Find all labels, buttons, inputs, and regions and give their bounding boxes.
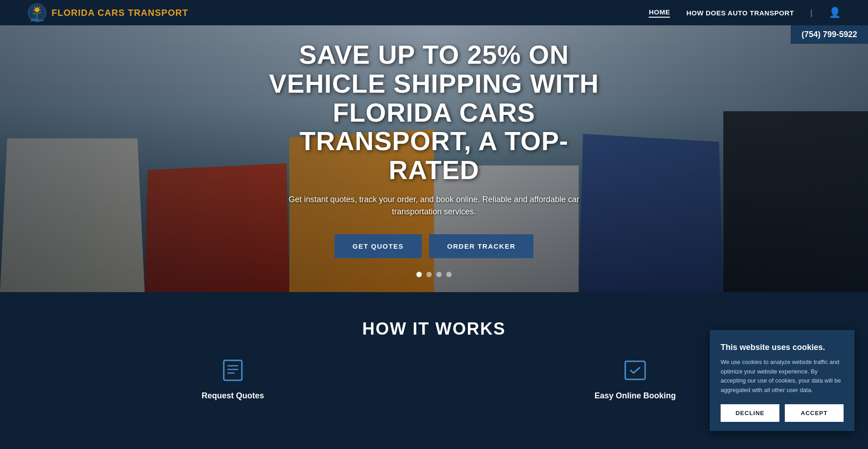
logo[interactable]: Florida Cars Transport (27, 3, 188, 23)
carousel-dot-1[interactable] (416, 272, 422, 277)
svg-rect-8 (224, 360, 242, 380)
how-it-works-title: HOW IT WORKS (45, 319, 823, 339)
cookie-text: We use cookies to analyze website traffi… (721, 358, 844, 395)
carousel-dot-3[interactable] (436, 272, 442, 277)
hero-buttons: GET QUOTES ORDER TRACKER (258, 234, 610, 258)
cookie-accept-button[interactable]: ACCEPT (785, 404, 844, 419)
header: Florida Cars Transport HOME HOW DOES AUT… (0, 0, 868, 25)
hero-title: SAVE UP TO 25% ON VEHICLE SHIPPING WITH … (258, 40, 610, 184)
how-item-quotes: Request Quotes (45, 357, 420, 401)
nav-how-does[interactable]: HOW DOES AUTO TRANSPORT (686, 9, 794, 17)
hero-carousel-dots (258, 272, 610, 277)
nav-home[interactable]: HOME (649, 8, 670, 18)
how-item-quotes-label: Request Quotes (202, 391, 264, 401)
hero-section: SAVE UP TO 25% ON VEHICLE SHIPPING WITH … (0, 25, 868, 292)
cookie-banner: This website uses cookies. We use cookie… (710, 330, 854, 419)
main-nav: HOME HOW DOES AUTO TRANSPORT | 👤 (649, 7, 841, 19)
carousel-dot-4[interactable] (446, 272, 452, 277)
order-tracker-button[interactable]: ORDER TRACKER (429, 234, 533, 258)
carousel-dot-2[interactable] (426, 272, 432, 277)
how-grid: Request Quotes Easy Online Booking (45, 357, 823, 401)
cookie-decline-button[interactable]: DECLINE (721, 404, 779, 419)
cookie-buttons: DECLINE ACCEPT (721, 404, 844, 419)
hero-subtitle: Get instant quotes, track your order, an… (276, 194, 592, 218)
user-icon[interactable]: 👤 (829, 7, 841, 19)
get-quotes-button[interactable]: GET QUOTES (335, 234, 422, 258)
phone-badge[interactable]: (754) 799-5922 (791, 25, 868, 44)
request-quotes-icon (219, 357, 246, 384)
logo-text: Florida Cars Transport (52, 8, 188, 18)
logo-icon (27, 3, 47, 23)
how-item-booking-label: Easy Online Booking (594, 391, 676, 401)
easy-booking-icon (622, 357, 649, 384)
phone-number: (754) 799-5922 (802, 30, 857, 39)
nav-divider: | (810, 8, 812, 18)
svg-point-1 (35, 8, 39, 12)
svg-rect-12 (625, 361, 645, 379)
hero-content: SAVE UP TO 25% ON VEHICLE SHIPPING WITH … (249, 40, 619, 277)
cookie-title: This website uses cookies. (721, 343, 844, 352)
